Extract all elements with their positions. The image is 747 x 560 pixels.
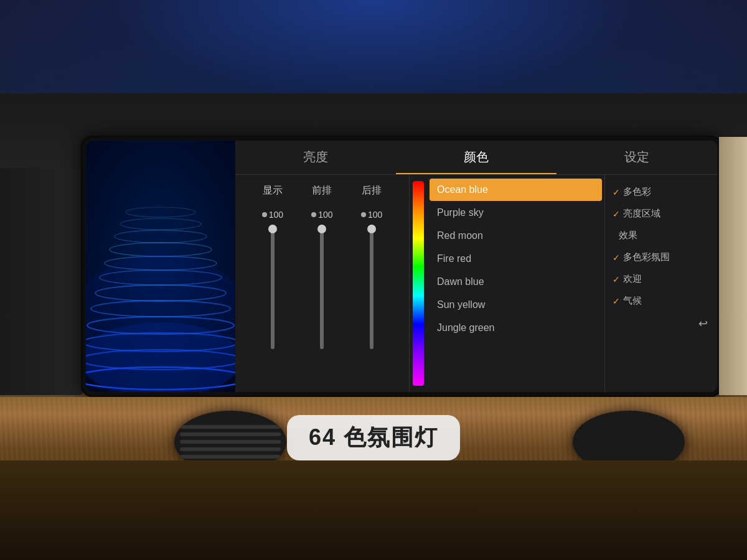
setting-climate[interactable]: ✓ 气候 [605, 290, 717, 312]
slider-rear: 100 [361, 210, 382, 349]
color-list: Ocean blue Purple sky Red moon Fire red [427, 175, 604, 392]
slider-display-dot [262, 212, 267, 217]
color-section: Ocean blue Purple sky Red moon Fire red [410, 175, 605, 392]
back-icon: ↩ [698, 317, 708, 330]
color-item-dawn-blue[interactable]: Dawn blue [430, 271, 602, 293]
slider-rear-track[interactable] [370, 225, 374, 349]
slider-front-dot [311, 212, 316, 217]
content-area: 亮度 颜色 设定 显示 前排 后排 [235, 141, 717, 392]
setting-multi-color-ambient[interactable]: ✓ 多色彩氛围 [605, 246, 717, 268]
check-icon-welcome: ✓ [613, 274, 620, 284]
bottom-area [0, 460, 747, 560]
color-item-purple-sky[interactable]: Purple sky [430, 202, 602, 224]
slider-display-fill [271, 225, 275, 349]
wave-lines-svg [86, 141, 235, 392]
tab-brightness[interactable]: 亮度 [235, 141, 396, 174]
brightness-section: 显示 前排 后排 100 [235, 175, 410, 392]
check-icon-climate: ✓ [613, 296, 620, 306]
vent-blade [180, 447, 281, 451]
brightness-labels: 显示 前排 后排 [248, 184, 397, 197]
vent-blade [180, 425, 281, 429]
vent-blade [180, 455, 281, 459]
tab-body: 显示 前排 后排 100 [235, 175, 717, 392]
slider-rear-thumb[interactable] [367, 225, 376, 233]
slider-display: 100 [262, 210, 283, 349]
slider-front: 100 [311, 210, 332, 349]
tab-settings[interactable]: 设定 [557, 141, 717, 174]
check-icon-multi-color-ambient: ✓ [613, 253, 620, 263]
tab-header: 亮度 颜色 设定 [235, 141, 717, 175]
color-spectrum-bar [413, 181, 424, 386]
label-rear: 后排 [362, 184, 382, 197]
color-item-sun-yellow[interactable]: Sun yellow [430, 294, 602, 316]
svg-point-11 [126, 207, 195, 217]
setting-welcome[interactable]: ✓ 欢迎 [605, 268, 717, 290]
settings-section: ✓ 多色彩 ✓ 亮度区域 效果 ✓ 多色彩氛围 ✓ [605, 175, 717, 392]
slider-front-fill [320, 225, 324, 349]
label-front: 前排 [312, 184, 332, 197]
svg-point-9 [115, 230, 207, 243]
screen-bezel: 亮度 颜色 设定 显示 前排 后排 [81, 136, 722, 397]
slider-display-track[interactable] [271, 225, 275, 349]
back-button[interactable]: ↩ [605, 312, 717, 335]
slider-display-value: 100 [262, 210, 283, 220]
slider-front-thumb[interactable] [317, 225, 326, 233]
ambient-preview [86, 141, 235, 392]
sliders-row: 100 100 [248, 203, 397, 383]
slider-front-value: 100 [311, 210, 332, 220]
color-item-ocean-blue[interactable]: Ocean blue [430, 179, 602, 201]
svg-point-10 [120, 218, 201, 230]
slider-rear-fill [370, 225, 374, 349]
vent-blade [180, 440, 281, 444]
check-icon-multi-color: ✓ [613, 187, 620, 197]
setting-brightness-zone[interactable]: ✓ 亮度区域 [605, 203, 717, 225]
slider-rear-dot [361, 212, 366, 217]
slider-display-thumb[interactable] [268, 225, 277, 233]
infotainment-screen: 亮度 颜色 设定 显示 前排 后排 [86, 141, 717, 392]
side-panel-left [0, 137, 84, 395]
color-item-red-moon[interactable]: Red moon [430, 225, 602, 247]
slider-rear-value: 100 [361, 210, 382, 220]
side-panel-right [719, 137, 747, 395]
label-display: 显示 [263, 184, 283, 197]
check-icon-brightness-zone: ✓ [613, 209, 620, 219]
color-item-jungle-green[interactable]: Jungle green [430, 317, 602, 339]
setting-effect[interactable]: 效果 [605, 225, 717, 246]
slider-front-track[interactable] [320, 225, 324, 349]
bottom-label: 64 色氛围灯 [287, 415, 460, 460]
tab-color[interactable]: 颜色 [396, 141, 557, 174]
vent-blade [180, 432, 281, 436]
color-item-fire-red[interactable]: Fire red [430, 248, 602, 270]
svg-point-13 [86, 322, 235, 392]
setting-multi-color[interactable]: ✓ 多色彩 [605, 181, 717, 203]
